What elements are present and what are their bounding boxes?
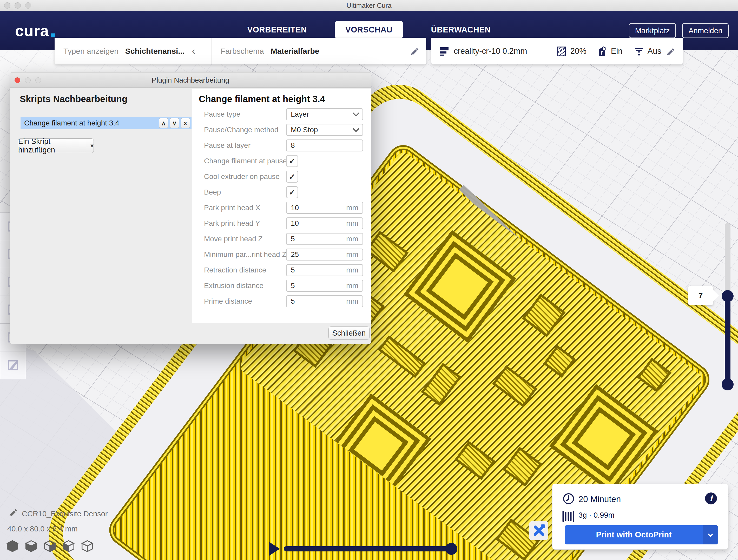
printer-profile: creality-cr-10 0.2mm — [454, 46, 527, 56]
field-label: Pause/Change method — [199, 126, 286, 134]
unit-label: mm — [346, 235, 358, 243]
text-field[interactable]: 5 mm — [286, 280, 363, 292]
window-title: Ultimaker Cura — [0, 0, 738, 11]
clock-icon — [562, 493, 575, 505]
text-field[interactable]: 25 mm — [286, 248, 363, 260]
selected-script-row[interactable]: Change filament at height 3.4 ∧ ∨ x — [21, 117, 192, 129]
checkbox[interactable]: ✓ — [286, 186, 298, 198]
chevron-down-icon — [353, 110, 359, 116]
color-scheme-selector[interactable]: Farbschema Materialfarbe — [212, 38, 426, 64]
material-usage-icon — [562, 510, 575, 522]
color-scheme-label: Farbschema — [221, 47, 264, 56]
dialog-titlebar[interactable]: Plugin Nachbearbeitung — [10, 72, 371, 88]
script-settings-panel: Change filament at height 3.4 Pause type… — [192, 89, 371, 323]
simulation-slider-track[interactable] — [284, 546, 450, 551]
color-scheme-value: Materialfarbe — [271, 47, 319, 56]
simulation-slider-handle[interactable] — [445, 543, 457, 555]
play-icon[interactable] — [269, 542, 280, 556]
marketplace-button[interactable]: Marktplatz — [629, 23, 676, 38]
dropdown-field[interactable]: Layer — [286, 108, 363, 120]
view-type-selector[interactable]: Typen anzeigen Schichtenansi... ‹ — [55, 38, 212, 64]
support-blocker-tool-icon[interactable] — [0, 352, 26, 379]
layer-slider-lower-handle[interactable] — [722, 379, 734, 390]
view-default-icon[interactable] — [6, 539, 19, 553]
text-field[interactable]: 5 mm — [286, 295, 363, 307]
field-label: Park print head Y — [199, 219, 286, 227]
stage-tab[interactable]: ÜBERWACHEN — [420, 21, 501, 38]
layer-value: 7 — [699, 291, 703, 300]
infill-setting: 20% — [557, 46, 587, 57]
signin-button[interactable]: Anmelden — [682, 23, 729, 38]
form-row: Beep ✓ — [199, 186, 363, 198]
adhesion-icon — [634, 46, 645, 57]
checkbox[interactable]: ✓ — [286, 155, 298, 167]
info-icon[interactable]: i — [705, 493, 717, 504]
field-label: Cool extruder on pause — [199, 172, 286, 181]
script-settings-rows: Pause type Layer Layer ✓ — [199, 108, 363, 307]
field-label: Extrusion distance — [199, 282, 286, 290]
unit-label: mm — [346, 297, 358, 306]
field-label: Change filament at pause — [199, 157, 286, 165]
support-icon — [598, 46, 608, 57]
view-orientation-buttons — [6, 539, 94, 553]
edit-print-settings-pencil-icon[interactable] — [666, 46, 675, 56]
field-label: Pause type — [199, 110, 286, 118]
print-settings-bar[interactable]: creality-cr-10 0.2mm 20% Ein Aus — [431, 38, 683, 64]
form-row: Pause/Change method M0 Stop M0 Stop ✓ — [199, 124, 363, 136]
form-row: Change filament at pause ✓ — [199, 155, 363, 167]
stage-tab[interactable]: VORSCHAU — [335, 21, 403, 38]
selected-script-name: Change filament at height 3.4 — [21, 119, 159, 127]
edit-pencil-icon[interactable] — [410, 46, 419, 56]
view-top-icon[interactable] — [43, 539, 57, 553]
infill-icon — [557, 46, 567, 57]
view-left-icon[interactable] — [62, 539, 75, 553]
view-front-icon[interactable] — [24, 539, 38, 553]
view-type-value: Schichtenansi... — [125, 47, 184, 56]
script-settings-heading: Change filament at height 3.4 — [199, 94, 371, 104]
form-row: Cool extruder on pause ✓ — [199, 171, 363, 182]
move-script-down-button[interactable]: ∨ — [170, 118, 179, 128]
stage-tab[interactable]: VORBEREITEN — [237, 21, 317, 38]
form-row: Extrusion distance 5 5 mm ✓ — [199, 280, 363, 292]
add-script-dropdown[interactable]: Ein Skript hinzufügen ▾ — [18, 138, 94, 153]
view-right-icon[interactable] — [80, 539, 94, 553]
print-options-dropdown[interactable] — [703, 525, 718, 544]
form-row: Park print head X 10 10 mm ✓ — [199, 202, 363, 214]
unit-label: mm — [346, 266, 358, 274]
unit-label: mm — [346, 219, 358, 227]
close-dialog-button[interactable]: Schließen — [328, 327, 370, 340]
adhesion-setting: Aus — [634, 46, 661, 57]
text-field[interactable]: 5 mm — [286, 264, 363, 276]
form-row: Prime distance 5 5 mm ✓ — [199, 295, 363, 307]
dialog-minimize-button[interactable] — [25, 77, 31, 83]
model-dimensions: 40.0 x 80.0 x 2.4 mm — [7, 525, 78, 533]
dropdown-field[interactable]: M0 Stop — [286, 124, 363, 136]
layer-slider-upper-handle[interactable] — [722, 290, 734, 302]
layers-icon — [439, 46, 449, 57]
field-label: Prime distance — [199, 297, 286, 306]
text-field[interactable]: 10 mm — [286, 217, 363, 229]
move-script-up-button[interactable]: ∧ — [159, 118, 168, 128]
remove-script-button[interactable]: x — [180, 118, 190, 128]
print-time: 20 Minuten — [579, 494, 621, 504]
post-processing-dialog: Plugin Nachbearbeitung Skripts Nachbearb… — [10, 72, 371, 344]
form-row: Park print head Y 10 10 mm ✓ — [199, 217, 363, 229]
field-label: Move print head Z — [199, 235, 286, 243]
text-field[interactable]: 10 mm — [286, 202, 363, 214]
field-label: Pause at layer — [199, 141, 286, 150]
dialog-close-button[interactable] — [15, 77, 20, 83]
checkmark-icon: ✓ — [289, 157, 295, 166]
cura-logo: cura — [15, 22, 55, 39]
text-field[interactable]: 5 mm — [286, 233, 363, 245]
field-label: Beep — [199, 188, 286, 196]
rename-model-pencil-icon[interactable] — [8, 507, 18, 517]
print-with-octoprint-button[interactable]: Print with OctoPrint — [565, 525, 718, 544]
collapse-chevron-icon[interactable]: ‹ — [192, 45, 195, 57]
unit-label: mm — [346, 282, 358, 290]
model-name[interactable]: CCR10_Exquisite Densor — [22, 510, 107, 518]
checkbox[interactable]: ✓ — [286, 171, 298, 182]
dialog-maximize-button[interactable] — [35, 77, 41, 83]
field-label: Park print head X — [199, 204, 286, 212]
text-field[interactable]: 8 — [286, 139, 363, 151]
print-settings-wrench-button[interactable] — [529, 521, 548, 540]
